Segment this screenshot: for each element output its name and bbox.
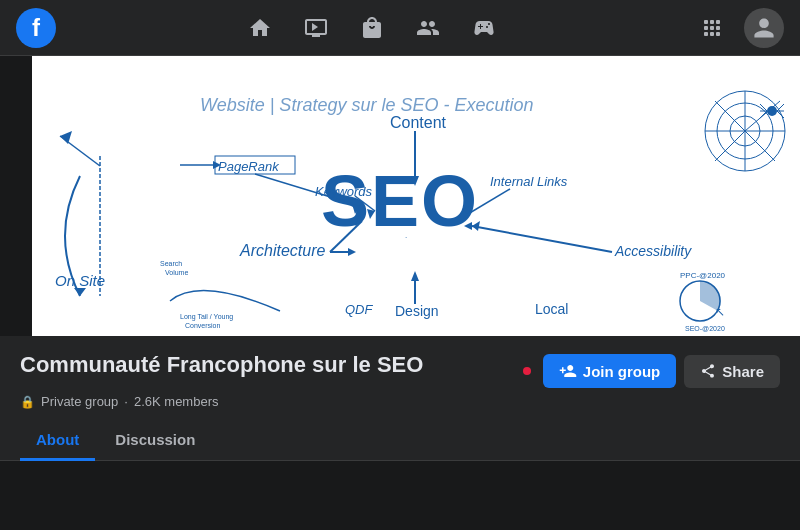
tab-discussion[interactable]: Discussion (99, 421, 211, 461)
svg-rect-65 (0, 56, 32, 336)
share-button[interactable]: Share (684, 355, 780, 388)
svg-text:Accessibility: Accessibility (614, 243, 692, 259)
svg-text:Design: Design (395, 303, 439, 319)
seo-mindmap-image: SEO . Architecture On Site PageRank Keyw… (0, 56, 800, 336)
lock-icon: 🔒 (20, 395, 35, 409)
cover-image-area: SEO . Architecture On Site PageRank Keyw… (0, 56, 800, 336)
svg-text:PPC-@2020: PPC-@2020 (680, 271, 726, 280)
svg-text:QDF: QDF (345, 302, 374, 317)
user-avatar-nav[interactable] (744, 8, 784, 48)
group-title: Communauté Francophone sur le SEO (20, 352, 423, 378)
svg-text:Keywords: Keywords (315, 184, 373, 199)
tab-about[interactable]: About (20, 421, 95, 461)
join-icon (559, 362, 577, 380)
nav-right (688, 4, 784, 52)
svg-text:Website | Strategy sur le SEO : Website | Strategy sur le SEO - Executio… (200, 95, 533, 115)
dot-separator: · (124, 394, 128, 409)
notification-dot (523, 367, 531, 375)
svg-text:↖: ↖ (715, 305, 725, 319)
svg-text:PageRank: PageRank (218, 159, 280, 174)
svg-point-49 (767, 106, 777, 116)
group-title-section: Communauté Francophone sur le SEO (20, 352, 423, 378)
group-info-bar: Communauté Francophone sur le SEO Join g… (0, 336, 800, 461)
svg-text:On Site: On Site (55, 272, 105, 289)
group-actions: Join group Share (523, 354, 780, 388)
apps-nav-button[interactable] (688, 4, 736, 52)
svg-text:SEO-@2020: SEO-@2020 (685, 325, 725, 332)
home-nav-button[interactable] (236, 4, 284, 52)
nav-left: f (16, 8, 56, 48)
tabs-row: About Discussion (20, 421, 780, 460)
top-navigation: f (0, 0, 800, 56)
grid-icon (704, 20, 720, 36)
gaming-nav-button[interactable] (460, 4, 508, 52)
spiderweb-decoration (705, 91, 785, 171)
svg-text:Long Tail / Young: Long Tail / Young (180, 313, 233, 321)
svg-text:Volume: Volume (165, 269, 188, 276)
share-icon (700, 363, 716, 379)
svg-text:Local: Local (535, 301, 568, 317)
svg-text:Content: Content (390, 114, 447, 131)
facebook-logo: f (16, 8, 56, 48)
marketplace-nav-button[interactable] (348, 4, 396, 52)
join-group-button[interactable]: Join group (543, 354, 677, 388)
svg-text:.: . (405, 231, 407, 240)
profile-nav-button[interactable] (404, 4, 452, 52)
svg-text:Conversion: Conversion (185, 322, 221, 329)
nav-icons-center (56, 4, 688, 52)
svg-text:Architecture: Architecture (239, 242, 325, 259)
svg-text:Search: Search (160, 260, 182, 267)
watch-nav-button[interactable] (292, 4, 340, 52)
svg-text:Internal Links: Internal Links (490, 174, 568, 189)
group-meta: 🔒 Private group · 2.6K members (20, 394, 780, 409)
group-title-row: Communauté Francophone sur le SEO Join g… (20, 352, 780, 388)
